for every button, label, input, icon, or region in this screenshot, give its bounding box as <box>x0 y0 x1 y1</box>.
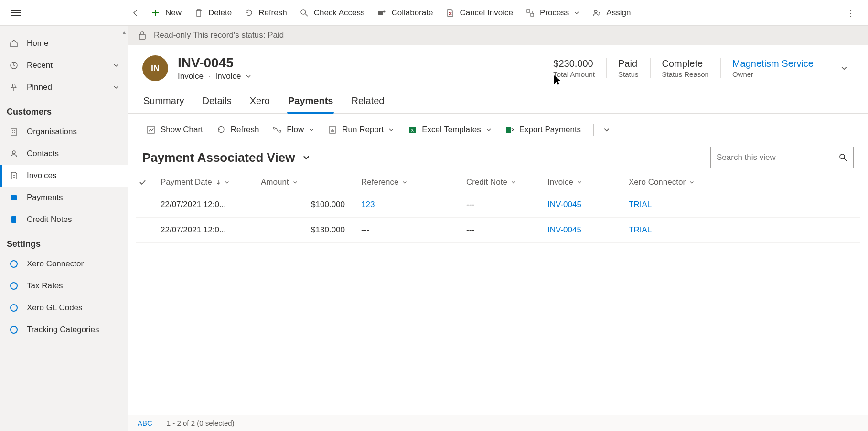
cell-invoice[interactable]: INV-0045 <box>545 200 626 210</box>
credit-note-icon <box>9 214 19 225</box>
collaborate-button[interactable]: Collaborate <box>373 5 439 21</box>
col-xero-connector[interactable]: Xero Connector <box>626 178 731 187</box>
table-row[interactable]: 22/07/2021 12:0... $100.000 123 --- INV-… <box>136 192 860 218</box>
chevron-down-icon[interactable] <box>293 180 298 185</box>
delete-button[interactable]: Delete <box>190 5 238 21</box>
svg-rect-3 <box>527 10 530 12</box>
excel-templates-button[interactable]: X Excel Templates <box>404 122 498 137</box>
home-icon <box>9 38 19 49</box>
table-row[interactable]: 22/07/2021 12:0... $130.000 --- --- INV-… <box>136 218 860 243</box>
sidebar-item-xero-connector[interactable]: Xero Connector <box>0 253 128 275</box>
search-icon[interactable] <box>839 153 847 162</box>
sidebar-item-recent[interactable]: Recent <box>0 54 128 76</box>
back-button[interactable] <box>127 4 145 22</box>
metric-status: Paid Status <box>606 58 650 78</box>
cancel-invoice-button[interactable]: Cancel Invoice <box>441 5 520 21</box>
cell-amount: $130.000 <box>258 225 358 235</box>
teams-icon <box>377 8 386 18</box>
search-box[interactable] <box>710 147 854 168</box>
sidebar-item-payments[interactable]: Payments <box>0 187 128 209</box>
flow-button[interactable]: Flow <box>268 122 321 137</box>
sidebar-label: Pinned <box>27 83 52 92</box>
footer-abc[interactable]: ABC <box>138 419 152 427</box>
chevron-down-icon[interactable] <box>511 180 516 185</box>
tab-related[interactable]: Related <box>350 91 385 113</box>
cell-credit-note: --- <box>463 200 545 210</box>
sidebar-label: Invoices <box>27 171 56 180</box>
svg-point-23 <box>840 154 845 159</box>
lock-icon <box>138 31 147 40</box>
more-grid-commands[interactable] <box>600 124 614 136</box>
divider <box>593 124 594 136</box>
chevron-down-icon <box>113 63 119 68</box>
pin-icon <box>9 82 19 93</box>
svg-rect-22 <box>506 127 511 133</box>
select-all-checkbox[interactable] <box>136 179 158 186</box>
tab-summary[interactable]: Summary <box>142 91 185 113</box>
chevron-down-icon[interactable] <box>225 180 229 185</box>
cell-reference[interactable]: 123 <box>358 200 463 210</box>
show-chart-button[interactable]: Show Chart <box>142 122 210 137</box>
view-selector[interactable]: Payment Associated View <box>142 150 310 165</box>
delete-label: Delete <box>208 8 232 18</box>
chevron-down-icon[interactable] <box>689 180 694 185</box>
sidebar-label: Tax Rates <box>27 281 63 291</box>
new-button[interactable]: New <box>147 5 188 21</box>
sidebar-item-organisations[interactable]: Organisations <box>0 121 128 143</box>
xero-icon <box>9 281 19 291</box>
sidebar-item-xero-gl-codes[interactable]: Xero GL Codes <box>0 297 128 319</box>
col-payment-date[interactable]: Payment Date <box>158 178 258 187</box>
process-button[interactable]: Process <box>522 5 586 21</box>
form-name[interactable]: Invoice <box>215 72 241 81</box>
cell-connector[interactable]: TRIAL <box>626 200 731 210</box>
subgrid-command-bar: Show Chart Refresh Flow Run Report X Exc… <box>128 114 868 140</box>
col-invoice[interactable]: Invoice <box>545 178 626 187</box>
svg-rect-4 <box>531 13 534 16</box>
cancel-invoice-label: Cancel Invoice <box>460 8 513 18</box>
sidebar-item-invoices[interactable]: Invoices <box>0 165 128 187</box>
sidebar-group-settings: Settings <box>0 231 128 253</box>
refresh-button[interactable]: Refresh <box>240 5 294 21</box>
col-reference[interactable]: Reference <box>358 178 463 187</box>
svg-rect-15 <box>139 34 145 39</box>
hamburger-button[interactable] <box>5 0 28 26</box>
sidebar-item-pinned[interactable]: Pinned <box>0 76 128 98</box>
check-access-label: Check Access <box>314 8 365 18</box>
header-expand-button[interactable] <box>835 65 854 72</box>
refresh-icon <box>216 125 226 135</box>
tab-details[interactable]: Details <box>202 91 233 113</box>
run-report-button[interactable]: Run Report <box>324 122 401 137</box>
svg-point-0 <box>301 10 306 14</box>
notice-text: Read-only This record's status: Paid <box>154 31 284 40</box>
sidebar-item-tax-rates[interactable]: Tax Rates <box>0 275 128 297</box>
export-payments-button[interactable]: Export Payments <box>501 122 588 137</box>
tab-payments[interactable]: Payments <box>287 91 334 113</box>
sidebar-item-tracking-categories[interactable]: Tracking Categories <box>0 319 128 341</box>
main-content: Read-only This record's status: Paid IN … <box>128 26 868 431</box>
sidebar-label: Recent <box>27 61 53 70</box>
assign-button[interactable]: Assign <box>588 5 637 21</box>
grid-refresh-button[interactable]: Refresh <box>213 122 266 137</box>
chevron-down-icon[interactable] <box>246 74 251 79</box>
xero-icon <box>9 259 19 269</box>
chevron-down-icon[interactable] <box>402 180 407 185</box>
tab-xero[interactable]: Xero <box>249 91 271 113</box>
sidebar-item-credit-notes[interactable]: Credit Notes <box>0 209 128 231</box>
more-commands-button[interactable]: ⋮ <box>839 7 863 19</box>
search-input[interactable] <box>717 153 839 162</box>
chevron-down-icon[interactable] <box>577 180 582 185</box>
svg-text:X: X <box>411 128 414 133</box>
cell-invoice[interactable]: INV-0045 <box>545 225 626 235</box>
chevron-down-icon <box>309 127 314 133</box>
cell-connector[interactable]: TRIAL <box>626 225 731 235</box>
svg-rect-10 <box>11 216 16 223</box>
building-icon <box>9 126 19 137</box>
col-amount[interactable]: Amount <box>258 178 358 187</box>
sidebar-item-contacts[interactable]: Contacts <box>0 143 128 165</box>
sidebar-item-home[interactable]: Home <box>0 32 128 54</box>
metric-status-reason: Complete Status Reason <box>650 58 720 78</box>
col-credit-note[interactable]: Credit Note <box>463 178 545 187</box>
sidebar-label: Contacts <box>27 149 59 158</box>
check-access-button[interactable]: Check Access <box>296 5 372 21</box>
sort-down-icon <box>216 179 221 185</box>
